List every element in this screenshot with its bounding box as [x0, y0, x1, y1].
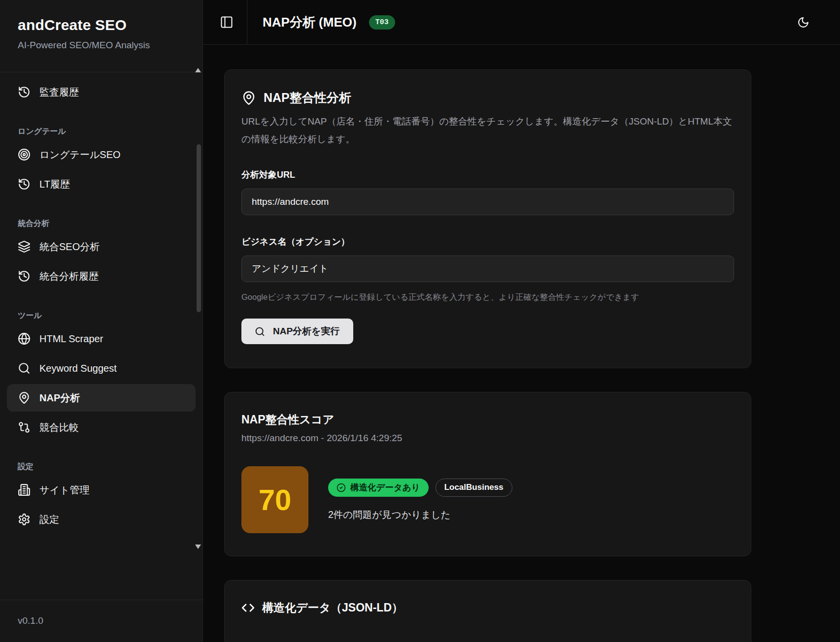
sidebar-section-integrated: 統合分析: [18, 219, 192, 229]
score-card-subtitle: https://andcre.com - 2026/1/16 4:29:25: [241, 433, 734, 444]
sidebar-nav: 監査履歴 ロングテール ロングテールSEO LT履歴 統合分析 統合SEO分析 …: [0, 72, 202, 533]
sidebar: andCreate SEO AI-Powered SEO/MEO Analysi…: [0, 0, 203, 642]
scrollbar-thumb[interactable]: [197, 144, 201, 312]
issues-found-text: 2件の問題が見つかりました: [328, 508, 512, 521]
scrollbar-down-arrow[interactable]: [195, 545, 201, 549]
sidebar-item-label: 統合SEO分析: [39, 240, 100, 254]
building-icon: [18, 483, 31, 496]
divider: [247, 0, 247, 45]
globe-icon: [18, 332, 31, 345]
sidebar-toggle-button[interactable]: [220, 15, 234, 29]
moon-icon: [797, 16, 809, 29]
business-name-field-label: ビジネス名（オプション）: [241, 236, 734, 248]
score-value-box: 70: [241, 466, 308, 533]
sidebar-item-label: Keyword Suggest: [39, 363, 117, 374]
jsonld-card: 構造化データ（JSON-LD）: [224, 580, 751, 642]
sidebar-item-html-scraper[interactable]: HTML Scraper: [7, 325, 196, 353]
app-title: andCreate SEO: [18, 17, 185, 33]
business-type-badge: LocalBusiness: [436, 479, 512, 497]
sidebar-item-label: 監査履歴: [39, 86, 79, 99]
nap-analysis-card: NAP整合性分析 URLを入力してNAP（店名・住所・電話番号）の整合性をチェッ…: [224, 69, 751, 368]
sidebar-item-label: ロングテールSEO: [39, 148, 121, 161]
sidebar-section-longtail: ロングテール: [18, 127, 192, 137]
jsonld-card-title: 構造化データ（JSON-LD）: [262, 600, 403, 615]
run-button-label: NAP分析を実行: [273, 325, 340, 338]
history-icon: [18, 86, 31, 98]
gear-icon: [18, 513, 31, 526]
card-title: NAP整合性分析: [264, 90, 351, 106]
card-title-row: 構造化データ（JSON-LD）: [241, 600, 734, 615]
map-pin-icon: [18, 391, 31, 404]
sidebar-item-keyword-suggest[interactable]: Keyword Suggest: [7, 354, 196, 382]
sidebar-item-integrated-history[interactable]: 統合分析履歴: [7, 262, 196, 290]
sidebar-item-nap-analysis[interactable]: NAP分析: [7, 384, 196, 412]
url-input[interactable]: [241, 189, 734, 215]
history-icon: [18, 270, 31, 283]
score-details: 構造化データあり LocalBusiness 2件の問題が見つかりました: [328, 479, 512, 521]
layers-icon: [18, 240, 31, 253]
app-version: v0.1.0: [18, 615, 43, 626]
theme-toggle-button[interactable]: [797, 16, 809, 29]
panel-left-icon: [220, 15, 234, 29]
sidebar-item-longtail-seo[interactable]: ロングテールSEO: [7, 141, 196, 168]
card-title-row: NAP整合性分析: [241, 90, 734, 106]
sidebar-item-label: HTML Scraper: [39, 333, 103, 345]
app-subtitle: AI-Powered SEO/MEO Analysis: [18, 40, 185, 51]
target-icon: [18, 148, 31, 161]
sidebar-item-competitor-compare[interactable]: 競合比較: [7, 414, 196, 441]
tool-id-badge: T03: [369, 15, 395, 30]
score-row: 70 構造化データあり LocalBusiness 2件の問題が見つかりました: [241, 466, 734, 533]
main-content: NAP整合性分析 URLを入力してNAP（店名・住所・電話番号）の整合性をチェッ…: [203, 45, 840, 642]
sidebar-item-integrated-seo[interactable]: 統合SEO分析: [7, 233, 196, 260]
search-icon: [255, 326, 265, 337]
score-card-title: NAP整合性スコア: [241, 412, 734, 427]
sidebar-footer: v0.1.0: [0, 600, 202, 642]
nap-score-card: NAP整合性スコア https://andcre.com - 2026/1/16…: [224, 392, 751, 556]
history-icon: [18, 178, 31, 191]
badge-row: 構造化データあり LocalBusiness: [328, 479, 512, 497]
run-nap-analysis-button[interactable]: NAP分析を実行: [241, 319, 353, 344]
business-name-hint: Googleビジネスプロフィールに登録している正式名称を入力すると、より正確な整…: [241, 292, 734, 303]
page-header: NAP分析 (MEO) T03: [203, 0, 840, 45]
sidebar-item-site-management[interactable]: サイト管理: [7, 476, 196, 504]
sidebar-section-settings: 設定: [18, 462, 192, 472]
scrollbar-up-arrow[interactable]: [195, 68, 201, 72]
sidebar-item-label: 統合分析履歴: [39, 270, 99, 283]
sidebar-header: andCreate SEO AI-Powered SEO/MEO Analysi…: [0, 0, 202, 72]
sidebar-section-tools: ツール: [18, 311, 192, 321]
sidebar-item-audit-history[interactable]: 監査履歴: [7, 78, 196, 106]
code-icon: [241, 601, 255, 614]
sidebar-item-settings[interactable]: 設定: [7, 506, 196, 533]
sidebar-item-label: サイト管理: [39, 483, 89, 497]
sidebar-item-label: NAP分析: [39, 391, 80, 405]
sidebar-item-label: 競合比較: [39, 421, 79, 434]
structured-data-badge: 構造化データあり: [328, 479, 429, 497]
sidebar-item-label: LT履歴: [39, 178, 70, 191]
search-icon: [18, 362, 31, 375]
structured-data-badge-label: 構造化データあり: [350, 482, 420, 493]
git-compare-icon: [18, 421, 31, 434]
card-description: URLを入力してNAP（店名・住所・電話番号）の整合性をチェックします。構造化デ…: [241, 113, 734, 148]
sidebar-item-label: 設定: [39, 513, 59, 526]
business-name-input[interactable]: [241, 256, 734, 282]
circle-check-icon: [336, 483, 346, 492]
page-title: NAP分析 (MEO): [263, 14, 357, 31]
sidebar-item-lt-history[interactable]: LT履歴: [7, 170, 196, 198]
score-value: 70: [259, 483, 292, 517]
map-pin-icon: [241, 91, 256, 105]
url-field-label: 分析対象URL: [241, 169, 734, 181]
